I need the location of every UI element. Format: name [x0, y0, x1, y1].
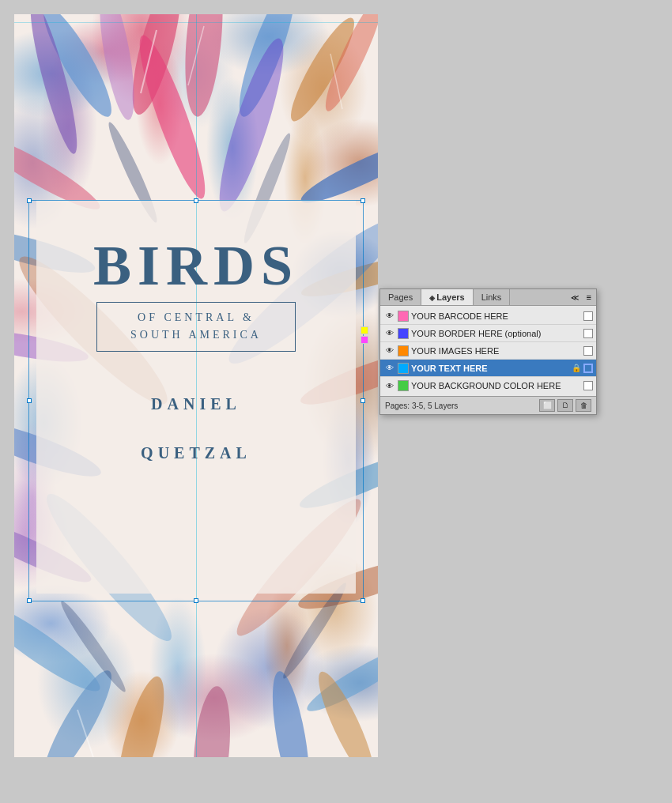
book-subtitle-box: OF CENTRAL & SOUTH AMERICA	[96, 302, 295, 352]
layer-row-text[interactable]: 👁 YOUR TEXT HERE 🔒	[380, 360, 596, 377]
layer-checkbox-images[interactable]	[583, 346, 593, 356]
layer-eye-background[interactable]: 👁	[383, 379, 396, 392]
book-text-area: BIRDS OF CENTRAL & SOUTH AMERICA DANIEL …	[43, 237, 349, 466]
layer-row-barcode[interactable]: 👁 YOUR BARCODE HERE	[380, 307, 596, 325]
book-title: BIRDS	[43, 237, 349, 294]
layer-name-background: YOUR BACKGROUND COLOR HERE	[411, 381, 582, 390]
panel-menu-button[interactable]: ≡	[582, 289, 596, 305]
layer-row-images[interactable]: 👁 YOUR IMAGES HERE	[380, 342, 596, 360]
marker-yellow	[361, 326, 368, 334]
panel-footer-info: Pages: 3-5, 5 Layers	[385, 402, 537, 410]
layer-eye-barcode[interactable]: 👁	[383, 310, 396, 322]
layer-name-border: YOUR BORDER HERE (optional)	[411, 329, 582, 338]
tab-pages[interactable]: Pages	[380, 289, 421, 305]
panel-footer-btn-1[interactable]: ⬜	[539, 399, 555, 412]
book-subtitle-line2: SOUTH AMERICA	[113, 326, 278, 344]
book-author-line2: QUETZAL	[43, 440, 349, 466]
layer-name-text: YOUR TEXT HERE	[411, 364, 572, 373]
layers-tab-label: Layers	[436, 292, 464, 302]
panel-footer: Pages: 3-5, 5 Layers ⬜ 🗋 🗑	[380, 396, 596, 414]
tab-links[interactable]: Links	[474, 289, 511, 305]
layer-name-images: YOUR IMAGES HERE	[411, 346, 582, 356]
layer-eye-text[interactable]: 👁	[383, 362, 396, 375]
layer-color-border	[398, 328, 409, 339]
layer-color-barcode	[398, 311, 409, 322]
layer-name-barcode: YOUR BARCODE HERE	[411, 311, 582, 321]
layer-color-background	[398, 380, 409, 391]
layer-eye-images[interactable]: 👁	[383, 345, 396, 357]
layers-list: 👁 YOUR BARCODE HERE 👁 YOUR BORDER HERE (…	[380, 306, 596, 396]
book-subtitle-line1: OF CENTRAL &	[113, 309, 278, 326]
book-cover: BIRDS OF CENTRAL & SOUTH AMERICA DANIEL …	[14, 14, 378, 757]
layer-row-border[interactable]: 👁 YOUR BORDER HERE (optional)	[380, 325, 596, 342]
layers-icon: ◈	[429, 294, 435, 302]
layer-color-text	[398, 363, 409, 374]
lock-icon: 🔒	[572, 364, 581, 372]
panel-footer-btn-2[interactable]: 🗋	[557, 399, 573, 412]
layer-checkbox-border[interactable]	[583, 329, 593, 338]
layer-row-background[interactable]: 👁 YOUR BACKGROUND COLOR HERE	[380, 377, 596, 394]
layer-checkbox-barcode[interactable]	[583, 311, 593, 321]
layer-eye-border[interactable]: 👁	[383, 327, 396, 340]
book-author-line1: DANIEL	[43, 391, 349, 417]
pages-tab-label: Pages	[388, 292, 413, 302]
layer-target-text	[583, 364, 593, 373]
layer-color-images	[398, 345, 409, 356]
panel-header: Pages ◈Layers Links ≪ ≡	[380, 289, 596, 306]
marker-magenta	[361, 336, 368, 344]
canvas-markers	[361, 326, 368, 345]
layers-panel: Pages ◈Layers Links ≪ ≡ 👁 YOUR BARCODE H…	[379, 288, 597, 415]
layer-checkbox-background[interactable]	[583, 381, 593, 390]
links-tab-label: Links	[481, 292, 502, 302]
panel-collapse-button[interactable]: ≪	[568, 292, 582, 303]
tab-layers[interactable]: ◈Layers	[421, 289, 473, 305]
panel-footer-btn-3[interactable]: 🗑	[576, 399, 591, 412]
